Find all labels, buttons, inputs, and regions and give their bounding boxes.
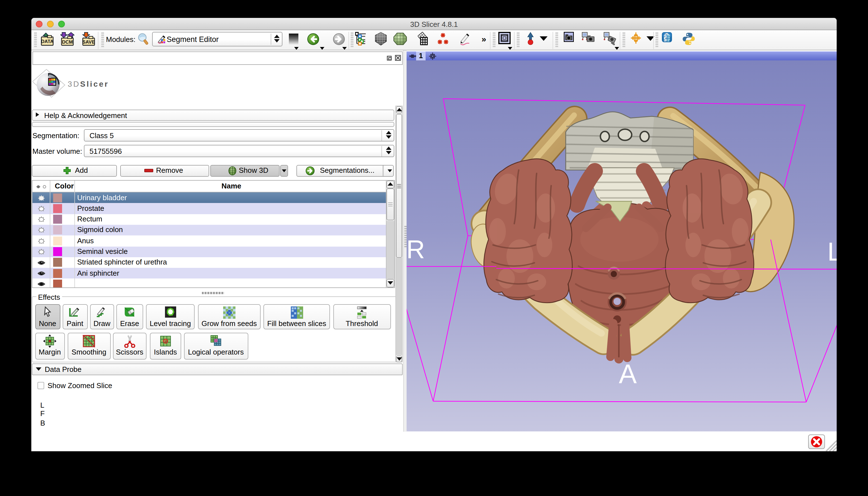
svg-text:DATA: DATA [41,39,54,44]
svg-text:DCM: DCM [62,40,73,45]
svg-text:A: A [619,359,637,389]
svg-text:SAVE: SAVE [82,40,94,45]
svg-text:L: L [827,237,837,266]
svg-text:R: R [407,235,425,264]
